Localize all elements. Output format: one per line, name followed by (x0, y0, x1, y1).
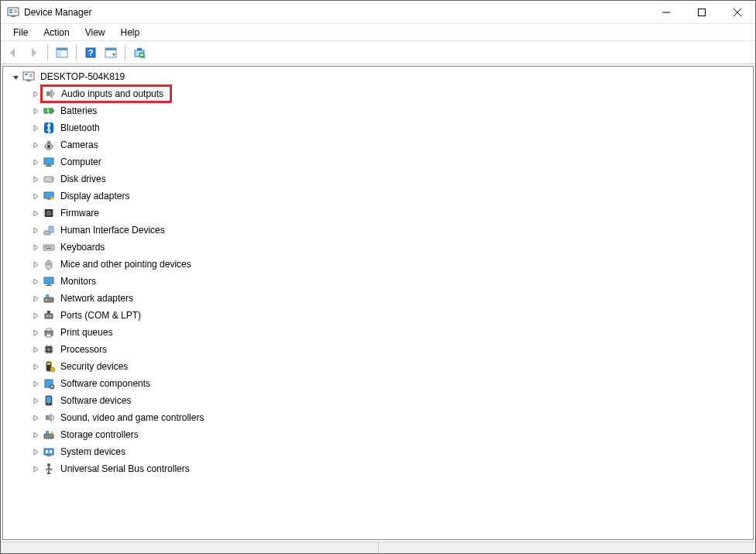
minimize-button[interactable] (648, 1, 684, 24)
monitor-icon (42, 274, 56, 288)
tree-category-node[interactable]: Monitors (3, 273, 753, 290)
tree-category-label: Security devices (59, 360, 129, 373)
menu-help[interactable]: Help (113, 26, 148, 40)
expander-closed-icon[interactable] (31, 225, 40, 235)
tree-category-node[interactable]: Print queues (3, 324, 753, 341)
disk-icon (42, 172, 56, 186)
window-title: Device Manager (24, 7, 91, 18)
network-icon (42, 291, 56, 305)
expander-closed-icon[interactable] (31, 123, 40, 132)
expander-closed-icon[interactable] (31, 362, 40, 371)
tree-category-node[interactable]: Sound, video and game controllers (3, 409, 753, 426)
expander-closed-icon[interactable] (31, 174, 40, 184)
tree-category-label: Ports (COM & LPT) (59, 309, 143, 322)
tree-category-label: Cameras (59, 139, 100, 151)
tree-category-node[interactable]: Keyboards (3, 239, 753, 256)
tree-category-label: Disk drives (59, 173, 108, 185)
tree-category-node[interactable]: Network adapters (3, 290, 753, 307)
tree-category-node[interactable]: Disk drives (3, 170, 753, 188)
tree-category-node[interactable]: Ports (COM & LPT) (3, 307, 753, 324)
expander-closed-icon[interactable] (31, 191, 40, 201)
expander-closed-icon[interactable] (31, 106, 40, 115)
expander-closed-icon[interactable] (31, 243, 40, 252)
expander-closed-icon[interactable] (31, 345, 40, 354)
tree-category-node[interactable]: Mice and other pointing devices (3, 256, 753, 273)
expander-closed-icon[interactable] (31, 208, 40, 218)
computer-root-icon (22, 70, 36, 84)
expander-closed-icon[interactable] (31, 396, 40, 405)
tree-category-node[interactable]: System devices (3, 443, 753, 460)
tree-category-label: Computer (59, 156, 103, 168)
tree-category-node[interactable]: Software devices (3, 392, 753, 409)
tree-category-node[interactable]: Processors (3, 341, 753, 358)
swcomp-icon (42, 377, 56, 391)
svg-line-19 (143, 57, 145, 58)
tree-category-node[interactable]: Batteries (3, 102, 753, 119)
tree-category-node[interactable]: Display adapters (3, 188, 753, 205)
status-pane (379, 542, 756, 554)
tree-category-node[interactable]: Software components (3, 375, 753, 392)
annotation-highlight: Audio inputs and outputs (40, 84, 172, 103)
tree-category-node[interactable]: Computer (3, 153, 753, 170)
speaker-icon (43, 87, 57, 101)
expander-closed-icon[interactable] (31, 328, 40, 337)
toolbar-separator (47, 45, 48, 60)
svg-rect-2 (9, 12, 12, 13)
expander-closed-icon[interactable] (31, 157, 40, 167)
tree-category-node[interactable]: Audio inputs and outputs (3, 85, 753, 102)
tree-category-label: Print queues (59, 326, 114, 339)
tree-category-node[interactable]: Storage controllers (3, 426, 753, 443)
expander-closed-icon[interactable] (31, 294, 40, 303)
toolbar-separator (76, 45, 77, 60)
expander-closed-icon[interactable] (31, 140, 40, 150)
menu-action[interactable]: Action (36, 26, 77, 40)
expander-closed-icon[interactable] (31, 464, 40, 473)
svg-text:?: ? (88, 48, 94, 57)
help-button[interactable]: ? (81, 43, 100, 62)
expander-closed-icon[interactable] (31, 89, 40, 98)
svg-rect-15 (105, 48, 116, 50)
tree-category-node[interactable]: Cameras (3, 136, 753, 153)
titlebar: Device Manager (1, 1, 755, 24)
back-button[interactable] (4, 43, 22, 62)
svg-rect-22 (29, 74, 33, 77)
window-controls (648, 1, 755, 24)
tree-category-node[interactable]: Human Interface Devices (3, 222, 753, 239)
computer-icon (42, 155, 56, 169)
action-button[interactable] (101, 43, 120, 62)
app-icon (7, 6, 19, 19)
svg-rect-10 (57, 48, 67, 50)
expander-closed-icon[interactable] (31, 311, 40, 320)
menu-file[interactable]: File (5, 26, 36, 40)
expander-closed-icon[interactable] (31, 379, 40, 388)
tree-category-label: Monitors (59, 275, 98, 287)
close-button[interactable] (720, 1, 755, 24)
expander-closed-icon[interactable] (31, 447, 40, 456)
tree-category-label: Keyboards (59, 241, 106, 253)
tree-category-label: Sound, video and game controllers (59, 411, 205, 424)
forward-button[interactable] (24, 43, 43, 62)
console-tree-button[interactable] (53, 43, 71, 62)
tree-category-label: Mice and other pointing devices (59, 258, 193, 270)
expander-closed-icon[interactable] (31, 260, 40, 269)
tree-root-node[interactable]: DESKTOP-504K819 (3, 68, 753, 85)
tree-category-node[interactable]: Security devices (3, 358, 753, 375)
expander-open-icon[interactable] (11, 72, 20, 81)
expander-closed-icon[interactable] (31, 277, 40, 286)
tree-category-label: Batteries (59, 105, 98, 117)
tree-category-label: System devices (59, 446, 127, 458)
expander-closed-icon[interactable] (31, 430, 40, 439)
svg-rect-1 (9, 9, 12, 11)
scan-hardware-button[interactable] (130, 43, 149, 62)
tree-category-node[interactable]: Universal Serial Bus controllers (3, 460, 753, 477)
expander-closed-icon[interactable] (31, 413, 40, 422)
device-tree[interactable]: DESKTOP-504K819 Audio inputs and outputs… (2, 66, 754, 540)
maximize-button[interactable] (684, 1, 720, 24)
tree-category-node[interactable]: Bluetooth (3, 119, 753, 136)
tree-category-label: Processors (59, 343, 108, 356)
tree-category-label: Software components (59, 377, 152, 390)
menu-view[interactable]: View (77, 26, 113, 40)
svg-rect-4 (11, 15, 15, 17)
security-icon (42, 360, 56, 373)
tree-category-node[interactable]: Firmware (3, 205, 753, 222)
